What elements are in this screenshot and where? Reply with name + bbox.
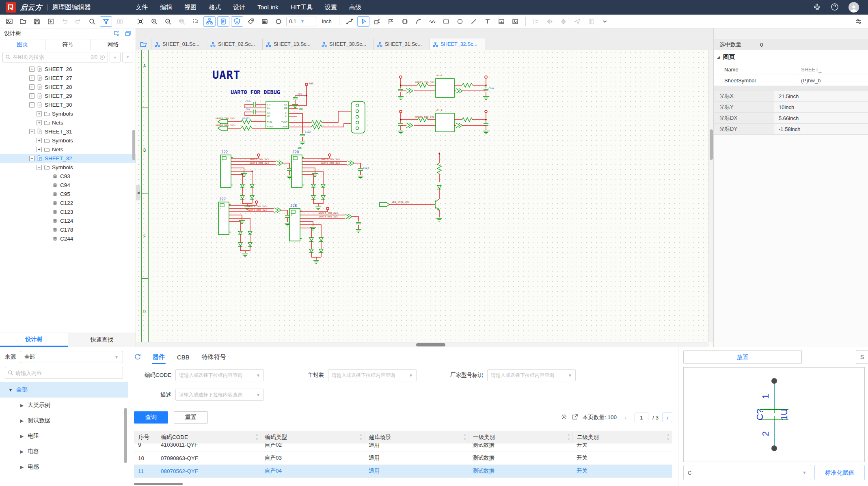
- arc-tool-icon[interactable]: [412, 16, 425, 27]
- sheet-search-box[interactable]: 0/0: [2, 52, 108, 62]
- distribute-columns-icon[interactable]: [585, 16, 597, 27]
- search-prev-button[interactable]: ▲: [110, 52, 121, 62]
- tab-cbb[interactable]: CBB: [176, 350, 190, 365]
- menu-view[interactable]: 视图: [184, 4, 196, 11]
- tree-item-sheet31[interactable]: −SHEET_31: [0, 127, 136, 136]
- tree-item-c178[interactable]: C178: [0, 225, 136, 234]
- source-select[interactable]: 全部▼: [20, 351, 123, 363]
- property-row-sheetsymbol[interactable]: SheetSymbol (P)hw_b: [714, 75, 868, 86]
- undo-icon[interactable]: [58, 16, 71, 27]
- tree-item-c123[interactable]: C123: [0, 207, 136, 216]
- locate-sheet-icon[interactable]: [124, 30, 132, 38]
- tree-item-c122[interactable]: C122: [0, 198, 136, 207]
- library-search-input[interactable]: [15, 370, 120, 376]
- save-icon[interactable]: [31, 16, 43, 27]
- table-settings-gear-icon[interactable]: [561, 413, 568, 421]
- col-category2[interactable]: 二级类别∧∨: [573, 431, 672, 443]
- tree-item-sheet27[interactable]: +SHEET_27: [0, 73, 136, 82]
- tag-icon[interactable]: [245, 16, 257, 27]
- expander-expand-icon[interactable]: +: [29, 75, 35, 81]
- caret-right-icon[interactable]: ▶: [19, 434, 24, 439]
- new-document-icon[interactable]: [3, 16, 15, 27]
- sort-icons[interactable]: ∧∨: [359, 433, 362, 441]
- toolbar-settings-sliders-icon[interactable]: [853, 16, 865, 27]
- side-tab-s[interactable]: S: [856, 350, 868, 364]
- ic-symbol-icon[interactable]: [399, 16, 411, 27]
- menu-advanced[interactable]: 高级: [349, 4, 361, 11]
- bottom-tab-design-tree[interactable]: 设计树: [0, 333, 68, 347]
- scrollbar-thumb[interactable]: [710, 129, 713, 160]
- sort-icons[interactable]: ∧∨: [463, 433, 466, 441]
- caret-right-icon[interactable]: ▶: [19, 449, 24, 454]
- help-icon[interactable]: [831, 3, 839, 12]
- toolbar-more-chevron-icon[interactable]: [599, 16, 611, 27]
- col-code-type[interactable]: 编码类型∧∨: [261, 431, 365, 443]
- section-sheet[interactable]: ◢ 图页: [714, 50, 868, 64]
- pad-grid-icon[interactable]: [259, 16, 271, 27]
- menu-edit[interactable]: 编辑: [160, 4, 172, 11]
- tab-nets[interactable]: 网络: [91, 39, 136, 50]
- wire-tool-icon[interactable]: [343, 16, 356, 27]
- tree-item-sheet26[interactable]: +SHEET_26: [0, 65, 136, 73]
- expand-tree-icon[interactable]: [113, 30, 120, 38]
- tree-item-nets[interactable]: +Nets: [0, 118, 136, 127]
- section-collapse-icon[interactable]: ◢: [717, 55, 720, 59]
- table-horizontal-scrollbar[interactable]: [134, 483, 183, 485]
- category-examples[interactable]: ▶大类示例: [0, 398, 128, 413]
- menu-file[interactable]: 文件: [136, 4, 148, 11]
- expander-collapse-icon[interactable]: −: [29, 129, 35, 134]
- canvas-vertical-scrollbar[interactable]: [708, 50, 713, 342]
- tree-item-c93[interactable]: C93: [0, 172, 136, 181]
- designator-select[interactable]: C▼: [683, 465, 811, 480]
- schematic-canvas[interactable]: A B C D UART UART0 FOR DEBUG C1+ C1- C2+…: [136, 50, 713, 347]
- menu-hit-tools[interactable]: HIT工具: [291, 4, 313, 11]
- user-avatar[interactable]: [849, 2, 859, 13]
- category-scrollbar[interactable]: [124, 408, 127, 463]
- panel-collapse-handle[interactable]: ◀: [136, 185, 140, 200]
- line-tool-icon[interactable]: [468, 16, 480, 27]
- current-page-input[interactable]: 1: [635, 413, 648, 422]
- shield-s-icon[interactable]: S: [231, 16, 243, 27]
- marquee-select-icon[interactable]: [190, 16, 202, 27]
- table-tool-icon[interactable]: [495, 16, 507, 27]
- col-index[interactable]: 序号: [134, 431, 157, 443]
- open-file-icon[interactable]: [17, 16, 29, 27]
- tab-components[interactable]: 器件: [152, 349, 166, 365]
- place-part-icon[interactable]: [371, 16, 383, 27]
- fit-view-icon[interactable]: [134, 16, 147, 27]
- prev-page-button[interactable]: ‹: [621, 413, 630, 422]
- col-scenario[interactable]: 建库场景∧∨: [365, 431, 469, 443]
- scrollbar-thumb[interactable]: [416, 343, 445, 346]
- caret-right-icon[interactable]: ▶: [19, 403, 24, 408]
- search-icon[interactable]: [86, 16, 98, 27]
- menu-toolink[interactable]: TooLink: [257, 4, 279, 11]
- caret-right-icon[interactable]: ▶: [19, 418, 24, 424]
- expander-expand-icon[interactable]: +: [29, 84, 35, 90]
- refresh-icon[interactable]: [134, 353, 141, 361]
- clear-search-icon[interactable]: [99, 54, 105, 60]
- send-icon[interactable]: [571, 16, 583, 27]
- doc-tab-sheet01[interactable]: SHEET_01.Sc...: [151, 39, 207, 50]
- sort-icons[interactable]: ∧∨: [667, 433, 669, 441]
- design-tree-scrollbar[interactable]: [132, 130, 135, 160]
- bottom-tab-quick-find[interactable]: 快速查找: [68, 333, 136, 347]
- text-tool-icon[interactable]: [482, 16, 494, 27]
- tree-item-c94[interactable]: C94: [0, 181, 136, 189]
- sort-icons[interactable]: ∧∨: [567, 433, 570, 441]
- tree-item-c244[interactable]: C244: [0, 234, 136, 243]
- tree-item-symbols[interactable]: +Symbols: [0, 136, 136, 145]
- open-sheet-folder-icon[interactable]: [136, 39, 151, 50]
- category-resistor[interactable]: ▶电阻: [0, 428, 128, 444]
- doc-tab-sheet32-active[interactable]: SHEET_32.Sc...: [430, 39, 485, 50]
- standardize-assign-button[interactable]: 标准化赋值: [814, 465, 865, 480]
- sort-icons[interactable]: ∧∨: [255, 433, 258, 441]
- vendor-filter-select[interactable]: ▼: [487, 369, 576, 381]
- clean-brush-icon[interactable]: [813, 3, 821, 12]
- tree-item-sheet30[interactable]: −SHEET_30: [0, 100, 136, 109]
- export-icon[interactable]: [572, 413, 579, 421]
- tab-special-symbols[interactable]: 特殊符号: [201, 349, 227, 365]
- coil-tool-icon[interactable]: [426, 16, 438, 27]
- search-next-button[interactable]: ▼: [122, 52, 133, 62]
- expander-collapse-icon[interactable]: −: [29, 156, 35, 161]
- category-all[interactable]: ▼全部: [0, 382, 128, 398]
